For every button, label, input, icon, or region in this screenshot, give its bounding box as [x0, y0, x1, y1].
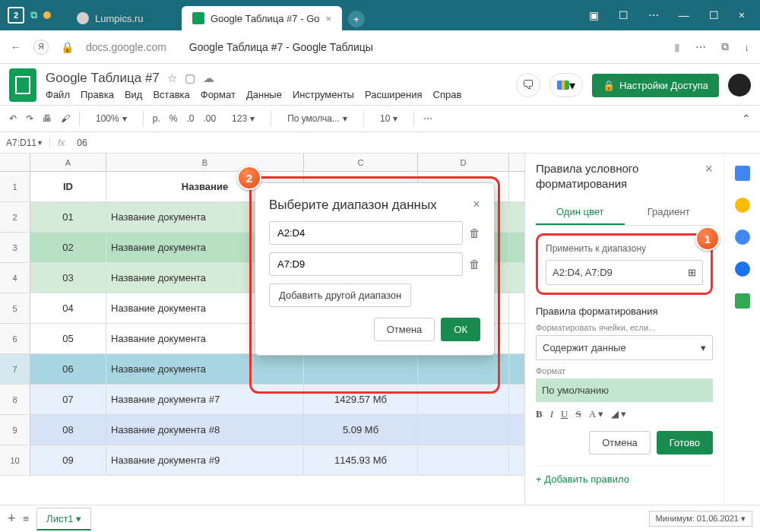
formula-value[interactable]: 06 [72, 138, 91, 148]
pin-icon[interactable]: ⧉ [30, 9, 37, 21]
meet-icon[interactable]: ▾ [549, 73, 583, 97]
menu-tools[interactable]: Инструменты [293, 89, 354, 100]
close-dialog-icon[interactable]: × [473, 197, 480, 212]
row-header[interactable]: 9 [0, 415, 30, 445]
url-text[interactable]: docs.google.com [86, 41, 166, 53]
share-button[interactable]: 🔒Настройки Доступа [592, 74, 719, 97]
col-header-c[interactable]: C [304, 154, 418, 171]
strike-icon[interactable]: S [575, 408, 581, 420]
cell[interactable]: 5.09 Мб [304, 415, 418, 445]
contacts-icon[interactable] [735, 261, 750, 277]
increase-decimal-button[interactable]: .00 [203, 113, 216, 124]
cell[interactable]: Название документа #7 [106, 385, 304, 414]
range-input-2[interactable] [269, 252, 463, 276]
bold-icon[interactable]: B [536, 408, 543, 420]
maps-icon[interactable] [735, 293, 750, 309]
trash-icon[interactable]: 🗑 [469, 226, 480, 239]
sheet-tab[interactable]: Лист1 ▾ [36, 508, 91, 530]
add-sheet-icon[interactable]: + [8, 511, 16, 527]
trash-icon[interactable]: 🗑 [469, 258, 480, 271]
row-header[interactable]: 10 [0, 445, 30, 475]
row-header[interactable]: 3 [0, 233, 30, 262]
cell[interactable]: 08 [30, 415, 106, 445]
download-icon[interactable]: ↓ [744, 41, 749, 53]
grid-select-icon[interactable]: ⊞ [688, 267, 696, 278]
sheets-logo-icon[interactable] [9, 68, 36, 102]
sidebar-cancel-button[interactable]: Отмена [589, 431, 651, 454]
cell[interactable]: 05 [30, 324, 106, 353]
bookmark-page-icon[interactable]: ▮ [674, 41, 680, 53]
cell[interactable]: 02 [30, 233, 106, 262]
row-header[interactable]: 7 [0, 354, 30, 384]
font-select[interactable]: По умолча... ▾ [280, 109, 354, 128]
text-color-icon[interactable]: A ▾ [589, 408, 603, 420]
menu-extensions[interactable]: Расширения [365, 89, 423, 100]
select-all-corner[interactable] [0, 154, 30, 171]
row-header[interactable]: 5 [0, 293, 30, 323]
collapse-toolbar-icon[interactable]: ⌃ [742, 112, 751, 125]
redo-icon[interactable]: ↷ [26, 113, 33, 124]
menu-file[interactable]: Файл [46, 89, 70, 100]
menu-insert[interactable]: Вставка [153, 89, 189, 100]
user-avatar[interactable] [728, 74, 751, 97]
condition-select[interactable]: Содержит данные▾ [536, 335, 713, 360]
tab-gradient[interactable]: Градиент [625, 200, 714, 225]
menu-help[interactable]: Справ [433, 89, 462, 100]
back-icon[interactable]: ← [11, 41, 21, 53]
paint-icon[interactable]: 🖌 [61, 113, 70, 124]
underline-icon[interactable]: U [561, 408, 568, 420]
more-icon[interactable]: ⋯ [695, 41, 706, 53]
menu-data[interactable]: Данные [246, 89, 282, 100]
menu-icon[interactable]: ⋯ [648, 9, 659, 21]
row-header[interactable]: 6 [0, 324, 30, 353]
close-tab-icon[interactable]: × [325, 13, 331, 24]
tab-single-color[interactable]: Один цвет [536, 200, 625, 225]
fill-color-icon[interactable]: ◢ ▾ [611, 408, 626, 420]
undo-icon[interactable]: ↶ [9, 113, 17, 124]
bookmark-icon[interactable]: ☐ [619, 9, 629, 21]
sun-icon[interactable] [43, 11, 51, 19]
format-preview[interactable]: По умолчанию [536, 378, 713, 402]
calendar-icon[interactable] [735, 166, 750, 181]
add-range-button[interactable]: Добавить другой диапазон [269, 283, 411, 307]
cell[interactable]: Название документа [106, 354, 304, 384]
cell[interactable] [418, 385, 509, 414]
italic-icon[interactable]: I [550, 408, 553, 420]
browser-tab-lumpics[interactable]: Lumpics.ru [66, 6, 180, 30]
all-sheets-icon[interactable]: ≡ [24, 513, 30, 524]
row-header[interactable]: 4 [0, 263, 30, 293]
zoom-select[interactable]: 100% ▾ [89, 109, 134, 128]
menu-view[interactable]: Вид [125, 89, 143, 100]
col-header-d[interactable]: D [418, 154, 509, 171]
extension-icon[interactable]: ▣ [589, 9, 599, 21]
table-row[interactable]: 9 08 Название документа #8 5.09 Мб [0, 415, 524, 445]
cell[interactable] [418, 354, 509, 384]
cell[interactable] [418, 415, 509, 445]
cell[interactable]: 01 [30, 202, 106, 232]
star-icon[interactable]: ☆ [167, 71, 177, 85]
name-box[interactable]: A7:D11▼ [0, 138, 50, 148]
home-icon[interactable]: 2 [8, 7, 24, 24]
cell[interactable]: Название документа #9 [106, 445, 304, 475]
collections-icon[interactable]: ⧉ [721, 40, 729, 53]
cell[interactable]: 1145.93 Мб [304, 445, 418, 475]
row-header[interactable]: 8 [0, 385, 30, 414]
date-filter[interactable]: Минимум: 01.06.2021 ▾ [649, 511, 752, 527]
cell[interactable]: ID [30, 172, 106, 201]
move-icon[interactable]: ▢ [185, 71, 195, 85]
cell[interactable]: 06 [30, 354, 106, 384]
more-tools-icon[interactable]: ⋯ [423, 113, 432, 124]
cell[interactable]: Название документа #8 [106, 415, 304, 445]
table-row[interactable]: 10 09 Название документа #9 1145.93 Мб [0, 445, 524, 476]
minimize-icon[interactable]: — [679, 9, 689, 21]
range-input-1[interactable] [269, 221, 463, 245]
cell[interactable]: 03 [30, 263, 106, 293]
cell[interactable] [304, 354, 418, 384]
col-header-a[interactable]: A [30, 154, 106, 171]
row-header[interactable]: 1 [0, 172, 30, 201]
maximize-icon[interactable]: ☐ [709, 9, 719, 21]
col-header-b[interactable]: B [106, 154, 304, 171]
close-sidebar-icon[interactable]: × [705, 161, 713, 177]
dialog-ok-button[interactable]: ОК [441, 318, 480, 341]
browser-tab-sheets[interactable]: Google Таблица #7 - Go × [182, 6, 342, 30]
